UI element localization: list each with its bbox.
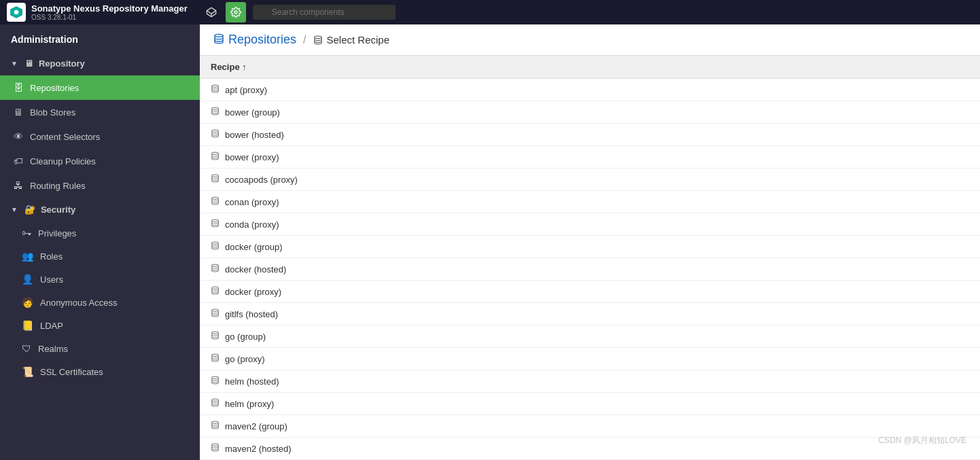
sidebar-item-repositories[interactable]: 🗄 Repositories — [0, 75, 200, 100]
watermark: CSDN @风月相知LOVE — [878, 435, 966, 446]
roles-label: Roles — [40, 251, 63, 262]
recipe-db-icon — [211, 443, 220, 454]
search-input[interactable] — [253, 5, 396, 20]
top-bar-icons — [201, 2, 246, 22]
recipe-db-icon — [211, 286, 220, 297]
table-row[interactable]: conan (proxy) — [200, 191, 980, 213]
sidebar-item-roles[interactable]: 👥 Roles — [0, 245, 200, 268]
ldap-icon: 📒 — [22, 320, 33, 331]
recipe-db-icon — [211, 107, 220, 118]
repositories-breadcrumb-icon — [213, 33, 224, 46]
recipe-label: docker (hosted) — [225, 264, 286, 275]
privileges-icon: 🗝 — [22, 228, 31, 238]
breadcrumb-link[interactable]: Repositories — [228, 33, 296, 47]
content-header: Repositories / Select Recipe — [200, 24, 980, 56]
top-bar: Sonatype Nexus Repository Manager OSS 3.… — [0, 0, 980, 24]
security-group-icon: 🔐 — [24, 205, 35, 215]
recipe-label: helm (proxy) — [225, 399, 274, 409]
svg-point-1 — [14, 10, 19, 15]
content-selectors-icon: 👁 — [14, 131, 23, 142]
recipe-column-header[interactable]: Recipe ↑ — [200, 56, 980, 79]
table-row[interactable]: go (proxy) — [200, 348, 980, 370]
breadcrumb-separator: / — [303, 34, 306, 46]
breadcrumb-current-label: Select Recipe — [327, 34, 390, 46]
table-row[interactable]: docker (hosted) — [200, 258, 980, 281]
svg-point-14 — [212, 242, 219, 244]
recipe-db-icon — [211, 308, 220, 319]
realms-label: Realms — [38, 344, 68, 354]
ssl-cert-icon: 📜 — [22, 366, 33, 377]
sidebar-item-anonymous-access[interactable]: 🧑 Anonymous Access — [0, 291, 200, 314]
sidebar-item-blob-stores[interactable]: 🖥 Blob Stores — [0, 100, 200, 124]
recipe-db-icon — [211, 353, 220, 364]
svg-point-17 — [212, 309, 219, 311]
breadcrumb-current: Select Recipe — [313, 34, 390, 46]
recipe-label: docker (proxy) — [225, 287, 281, 297]
svg-point-18 — [212, 332, 219, 334]
svg-point-10 — [212, 152, 219, 154]
svg-point-16 — [212, 287, 219, 289]
logo-icon — [7, 3, 26, 22]
table-row[interactable]: maven2 (group) — [200, 415, 980, 438]
recipe-db-icon — [211, 196, 220, 207]
recipe-label: cocoapods (proxy) — [225, 175, 298, 185]
table-row[interactable]: helm (proxy) — [200, 393, 980, 415]
ldap-label: LDAP — [40, 321, 63, 331]
table-row[interactable]: cocoapods (proxy) — [200, 169, 980, 191]
ssl-cert-label: SSL Certificates — [40, 367, 103, 377]
svg-point-22 — [212, 421, 219, 423]
security-group-header[interactable]: ▼ 🔐 Security — [0, 198, 200, 222]
cleanup-policies-icon: 🏷 — [14, 156, 23, 166]
sidebar-item-users[interactable]: 👤 Users — [0, 268, 200, 291]
table-row[interactable]: go (group) — [200, 325, 980, 348]
table-row[interactable]: docker (proxy) — [200, 281, 980, 303]
sidebar-item-realms[interactable]: 🛡 Realms — [0, 337, 200, 360]
recipe-db-icon — [211, 264, 220, 275]
sidebar-item-content-selectors[interactable]: 👁 Content Selectors — [0, 124, 200, 149]
recipe-label: bower (proxy) — [225, 152, 279, 162]
expand-icon: ▼ — [11, 60, 18, 67]
roles-icon: 👥 — [22, 251, 33, 262]
svg-point-15 — [212, 264, 219, 266]
anonymous-access-icon: 🧑 — [22, 297, 33, 308]
routing-rules-icon: 🖧 — [14, 180, 23, 191]
security-expand-icon: ▼ — [11, 206, 18, 213]
svg-point-20 — [212, 376, 219, 378]
recipe-label: conda (proxy) — [225, 219, 279, 230]
recipe-db-icon — [211, 376, 220, 387]
users-icon: 👤 — [22, 274, 33, 285]
svg-point-6 — [314, 36, 321, 39]
table-row[interactable]: bower (hosted) — [200, 124, 980, 146]
recipe-label: gitlfs (hosted) — [225, 309, 278, 319]
table-row[interactable]: helm (hosted) — [200, 370, 980, 393]
sidebar: Administration ▼ 🖥 Repository 🗄 Reposito… — [0, 24, 200, 460]
gear-icon-btn[interactable] — [226, 2, 246, 22]
recipe-label: go (proxy) — [225, 354, 265, 364]
table-row[interactable]: gitlfs (hosted) — [200, 303, 980, 325]
recipe-db-icon — [211, 219, 220, 230]
table-row[interactable]: bower (group) — [200, 101, 980, 124]
cube-icon-btn[interactable] — [201, 2, 222, 22]
app-name: Sonatype Nexus Repository Manager — [31, 3, 188, 14]
recipe-table: Recipe ↑ apt (proxy) bower (group) bower… — [200, 56, 980, 460]
table-row[interactable]: maven2 (hosted) — [200, 438, 980, 460]
table-row[interactable]: apt (proxy) — [200, 79, 980, 101]
table-row[interactable]: conda (proxy) — [200, 213, 980, 236]
sidebar-item-ssl-certificates[interactable]: 📜 SSL Certificates — [0, 360, 200, 383]
cleanup-policies-label: Cleanup Policies — [30, 156, 96, 166]
users-label: Users — [40, 275, 63, 285]
sidebar-item-routing-rules[interactable]: 🖧 Routing Rules — [0, 173, 200, 198]
sidebar-item-privileges[interactable]: 🗝 Privileges — [0, 222, 200, 245]
table-row[interactable]: docker (group) — [200, 236, 980, 258]
recipe-label: docker (group) — [225, 242, 283, 252]
content-area: Repositories / Select Recipe Recipe ↑ — [200, 24, 980, 460]
app-logo: Sonatype Nexus Repository Manager OSS 3.… — [7, 3, 188, 22]
realms-icon: 🛡 — [22, 343, 31, 354]
repository-group-header[interactable]: ▼ 🖥 Repository — [0, 52, 200, 75]
recipe-db-icon — [211, 84, 220, 95]
recipe-db-icon — [211, 241, 220, 252]
sidebar-item-cleanup-policies[interactable]: 🏷 Cleanup Policies — [0, 149, 200, 173]
table-row[interactable]: bower (proxy) — [200, 146, 980, 169]
svg-point-4 — [234, 11, 237, 14]
sidebar-item-ldap[interactable]: 📒 LDAP — [0, 314, 200, 337]
